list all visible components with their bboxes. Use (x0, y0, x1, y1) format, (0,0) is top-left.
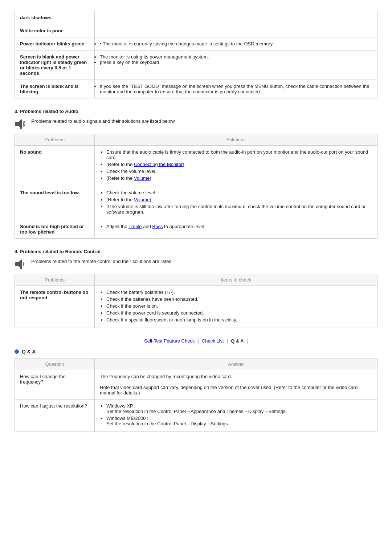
problem-cell: Screen is blank and power indicator ligh… (15, 50, 95, 80)
answer-cell: The frequency can be changed by reconfig… (95, 370, 377, 400)
table-header-row: Problems Solutions (15, 134, 377, 146)
qa-header: Q & A (15, 349, 377, 355)
remote-desc: Problems related to the remote control a… (31, 257, 173, 264)
qa-bullet-icon (15, 349, 19, 354)
table-row: The remote control buttons do not respon… (15, 286, 377, 328)
remote-icon (15, 257, 28, 270)
svg-point-2 (20, 127, 22, 129)
answer-cell: Windows XP :Set the resolution in the Co… (95, 400, 377, 432)
problem-cell: No sound (15, 146, 95, 186)
remote-section: 4. Problems related to Remote Control Pr… (15, 249, 377, 328)
treble-link[interactable]: Treble (128, 224, 142, 229)
solution-cell: Ensure that the audio cable is firmly co… (95, 146, 377, 186)
table-row: Sound is too high pitched or too low pit… (15, 220, 377, 239)
question-cell: How can I change the frequency? (15, 370, 95, 400)
remote-problems-table: Problems Items to check The remote contr… (15, 274, 377, 328)
table-row: White color is poor. (15, 24, 377, 37)
solution-cell (95, 24, 377, 37)
table-header-row: Question Answer (15, 358, 377, 370)
nav-check-list[interactable]: Check List (202, 338, 224, 344)
solution-cell: • The monitor is currently saving the ch… (95, 37, 377, 50)
volume-link-2[interactable]: Volume (134, 197, 150, 202)
connecting-monitor-link[interactable]: Connecting the Monitor (134, 162, 183, 167)
audio-section-title: 3. Problems related to Audio (15, 109, 377, 114)
table-row: No sound Ensure that the audio cable is … (15, 146, 377, 186)
solution-cell: Adjust the Treble and Bass to appropriat… (95, 220, 377, 239)
table-row: Power Indicator blinks green. • The moni… (15, 37, 377, 50)
svg-rect-0 (15, 122, 18, 126)
volume-link-1[interactable]: Volume (134, 175, 150, 181)
qa-table: Question Answer How can I change the fre… (15, 358, 377, 432)
audio-icon-desc: Problems related to audio signals and th… (15, 117, 377, 130)
table-row: How can I change the frequency? The freq… (15, 370, 377, 400)
solution-cell (95, 11, 377, 24)
qa-title: Q & A (22, 349, 36, 355)
audio-desc: Problems related to audio signals and th… (31, 117, 176, 124)
col-problems: Problems (15, 274, 95, 286)
problem-cell: White color is poor. (15, 24, 95, 37)
top-continuation-table: dark shadows. White color is poor. Power… (15, 11, 377, 98)
audio-icon (15, 117, 28, 130)
problem-cell: dark shadows. (15, 11, 95, 24)
col-answer: Answer (95, 358, 377, 370)
problem-cell: Power Indicator blinks green. (15, 37, 95, 50)
table-row: dark shadows. (15, 11, 377, 24)
bass-link[interactable]: Bass (152, 224, 163, 229)
solution-cell: If you see the "TEST GOOD" message on th… (95, 80, 377, 98)
solution-cell: Check the battery polarities (+/-). Chec… (95, 286, 377, 328)
nav-qa-active: Q & A (231, 338, 244, 344)
svg-rect-4 (15, 262, 18, 266)
solution-cell: The monitor is using its power managemen… (95, 50, 377, 80)
remote-section-title: 4. Problems related to Remote Control (15, 249, 377, 254)
col-question: Question (15, 358, 95, 370)
nav-self-test[interactable]: Self-Test Feature Check (144, 338, 195, 344)
problem-cell: The screen is blank and is blinking. (15, 80, 95, 98)
remote-icon-desc: Problems related to the remote control a… (15, 257, 377, 270)
table-row: The sound level is too low. Check the vo… (15, 186, 377, 220)
navigation-bar: Self-Test Feature Check | Check List | Q… (15, 338, 377, 344)
col-solutions: Solutions (95, 134, 377, 146)
table-row: The screen is blank and is blinking. If … (15, 80, 377, 98)
col-items: Items to check (95, 274, 377, 286)
problem-cell: The sound level is too low. (15, 186, 95, 220)
table-row: Screen is blank and power indicator ligh… (15, 50, 377, 80)
audio-section: 3. Problems related to Audio Problems re… (15, 109, 377, 239)
col-problems: Problems (15, 134, 95, 146)
table-header-row: Problems Items to check (15, 274, 377, 286)
problem-cell: The remote control buttons do not respon… (15, 286, 95, 328)
solution-cell: Check the volume level. (Refer to the Vo… (95, 186, 377, 220)
qa-section: Q & A Question Answer How can I change t… (15, 349, 377, 432)
question-cell: How can I adjust the resolution? (15, 400, 95, 432)
problem-cell: Sound is too high pitched or too low pit… (15, 220, 95, 239)
table-row: How can I adjust the resolution? Windows… (15, 400, 377, 432)
svg-point-6 (20, 267, 22, 269)
audio-problems-table: Problems Solutions No sound Ensure that … (15, 134, 377, 239)
